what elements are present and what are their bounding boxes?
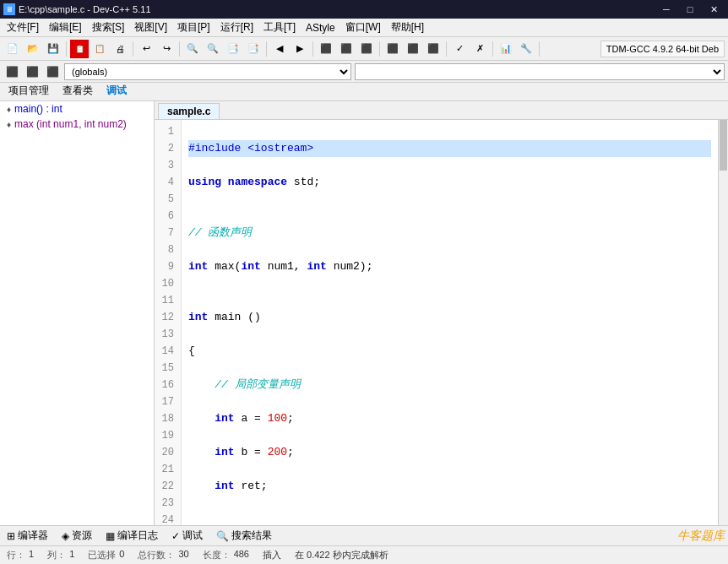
- status-insert: 插入: [263, 549, 281, 561]
- tb2-btn-3[interactable]: ⬛: [44, 63, 61, 80]
- insert-value: 插入: [263, 549, 281, 561]
- code-content[interactable]: #include <iostream> using namespace std;…: [182, 120, 718, 525]
- status-sel: 已选择 0: [88, 549, 124, 561]
- tb-btn-18[interactable]: ⬛: [383, 40, 402, 58]
- replace-button[interactable]: 🔍: [204, 40, 222, 58]
- code-line-2: using namespace std;: [188, 174, 711, 191]
- close-button[interactable]: ✕: [703, 2, 725, 17]
- tb-btn-15[interactable]: ⬛: [317, 40, 335, 58]
- tree-item-main[interactable]: ♦ main() : int: [0, 101, 154, 117]
- menu-bar: 文件[F] 编辑[E] 搜索[S] 视图[V] 项目[P] 运行[R] 工具[T…: [0, 19, 728, 37]
- menu-search[interactable]: 搜索[S]: [87, 19, 130, 36]
- debug-check-icon: ✓: [171, 530, 180, 542]
- tb2-btn-1[interactable]: ⬛: [3, 63, 20, 80]
- menu-run[interactable]: 运行[R]: [215, 19, 258, 36]
- maximize-button[interactable]: □: [679, 2, 701, 17]
- tree-icon-main: ♦: [7, 105, 11, 114]
- search-results-icon: 🔍: [216, 530, 229, 542]
- file-tabs: sample.c: [155, 101, 728, 120]
- menu-tools[interactable]: 工具[T]: [258, 19, 301, 36]
- app-icon: 🖥: [3, 3, 15, 15]
- code-line-10: int a = 100;: [188, 410, 711, 427]
- tb-btn-16[interactable]: ⬛: [337, 40, 356, 58]
- col-label: 列：: [47, 549, 66, 561]
- btm-tab-resources[interactable]: ◈ 资源: [58, 527, 95, 545]
- title-bar: 🖥 E:\cpp\sample.c - Dev-C++ 5.11 ─ □ ✕: [0, 0, 728, 19]
- menu-file[interactable]: 文件[F]: [2, 19, 44, 36]
- chart-button[interactable]: 📊: [497, 40, 515, 58]
- code-line-4: // 函数声明: [188, 225, 711, 241]
- total-value: 30: [178, 549, 188, 561]
- tb-btn-17[interactable]: ⬛: [357, 40, 376, 58]
- watermark: 牛客题库: [677, 529, 725, 544]
- new-button[interactable]: 📄: [3, 40, 22, 58]
- globals-select[interactable]: (globals): [64, 63, 351, 80]
- tree-text-main: main() : int: [14, 103, 62, 115]
- tree-icon-max: ♦: [7, 120, 11, 129]
- code-line-5: int max(int num1, int num2);: [188, 258, 711, 275]
- tb-btn-19[interactable]: ⬛: [404, 40, 422, 58]
- status-col: 列： 1: [47, 549, 74, 561]
- redo-button[interactable]: ↪: [157, 40, 176, 58]
- menu-view[interactable]: 视图[V]: [129, 19, 172, 36]
- btm-tab-compiler[interactable]: ⊞ 编译器: [3, 527, 52, 545]
- print-button[interactable]: 🖨: [111, 40, 129, 58]
- btm-tab-debug[interactable]: ✓ 调试: [168, 527, 206, 545]
- tb-btn-4[interactable]: 📋: [70, 40, 89, 58]
- status-total: 总行数： 30: [138, 549, 188, 561]
- row-label: 行：: [7, 549, 25, 561]
- tb-btn-13[interactable]: ◀: [270, 40, 289, 58]
- left-panel: ♦ main() : int ♦ max (int num1, int num2…: [0, 101, 155, 525]
- status-time: 在 0.422 秒内完成解析: [295, 549, 388, 561]
- btm-tab-compiler-label: 编译器: [18, 529, 48, 543]
- file-tab-sample[interactable]: sample.c: [158, 103, 220, 119]
- tb-btn-24[interactable]: 🔧: [517, 40, 535, 58]
- compiler-icon: ⊞: [7, 530, 15, 542]
- tb-btn-5[interactable]: 📋: [90, 40, 109, 58]
- tb2-btn-2[interactable]: ⬛: [24, 63, 41, 80]
- code-line-7: int main (): [188, 309, 711, 326]
- status-bar: 行： 1 列： 1 已选择 0 总行数： 30 长度： 486 插入 在 0.4…: [0, 545, 728, 564]
- title-bar-text: E:\cpp\sample.c - Dev-C++ 5.11: [19, 4, 151, 14]
- col-value: 1: [69, 549, 74, 561]
- tb-btn-20[interactable]: ⬛: [424, 40, 443, 58]
- menu-edit[interactable]: 编辑[E]: [44, 19, 87, 36]
- menu-project[interactable]: 项目[P]: [172, 19, 215, 36]
- undo-button[interactable]: ↩: [137, 40, 155, 58]
- open-button[interactable]: 📂: [24, 40, 42, 58]
- tb-btn-22[interactable]: ✗: [470, 40, 489, 58]
- sel-label: 已选择: [88, 549, 116, 561]
- find-button[interactable]: 🔍: [183, 40, 202, 58]
- save-button[interactable]: 💾: [44, 40, 62, 58]
- len-label: 长度：: [203, 549, 231, 561]
- vertical-scrollbar[interactable]: [718, 120, 728, 525]
- globals-select2[interactable]: [355, 63, 725, 80]
- tree-item-max[interactable]: ♦ max (int num1, int num2): [0, 117, 154, 132]
- tb-btn-11[interactable]: 📑: [224, 40, 242, 58]
- check-button[interactable]: ✓: [450, 40, 469, 58]
- tab-debug[interactable]: 调试: [100, 82, 133, 101]
- menu-window[interactable]: 窗口[W]: [340, 19, 386, 36]
- menu-astyle[interactable]: AStyle: [301, 20, 340, 35]
- tree-text-max: max (int num1, int num2): [14, 118, 127, 130]
- total-label: 总行数：: [138, 549, 175, 561]
- line-numbers: 12345 678910 1112131415 1617181920 21222…: [155, 120, 182, 525]
- tab-view-class[interactable]: 查看类: [56, 82, 100, 101]
- tb-btn-12[interactable]: 📑: [244, 40, 263, 58]
- btm-tab-search-label: 搜索结果: [231, 529, 272, 543]
- main-area: ♦ main() : int ♦ max (int num1, int num2…: [0, 101, 728, 525]
- menu-help[interactable]: 帮助[H]: [386, 19, 429, 36]
- tab-project-mgmt[interactable]: 项目管理: [2, 82, 56, 101]
- row-value: 1: [29, 549, 34, 561]
- minimize-button[interactable]: ─: [655, 2, 677, 17]
- btm-tab-search[interactable]: 🔍 搜索结果: [213, 527, 275, 545]
- code-editor[interactable]: 12345 678910 1112131415 1617181920 21222…: [155, 120, 728, 525]
- code-line-9: // 局部变量声明: [188, 377, 711, 393]
- resources-icon: ◈: [62, 530, 69, 542]
- scrollbar-thumb[interactable]: [720, 120, 727, 171]
- time-text: 在 0.422 秒内完成解析: [295, 549, 388, 561]
- tb-btn-14[interactable]: ▶: [291, 40, 309, 58]
- compiler-label: TDM-GCC 4.9.2 64-bit Deb: [600, 41, 725, 57]
- code-line-12: int ret;: [188, 478, 711, 495]
- btm-tab-compile-log[interactable]: ▦ 编译日志: [102, 527, 161, 545]
